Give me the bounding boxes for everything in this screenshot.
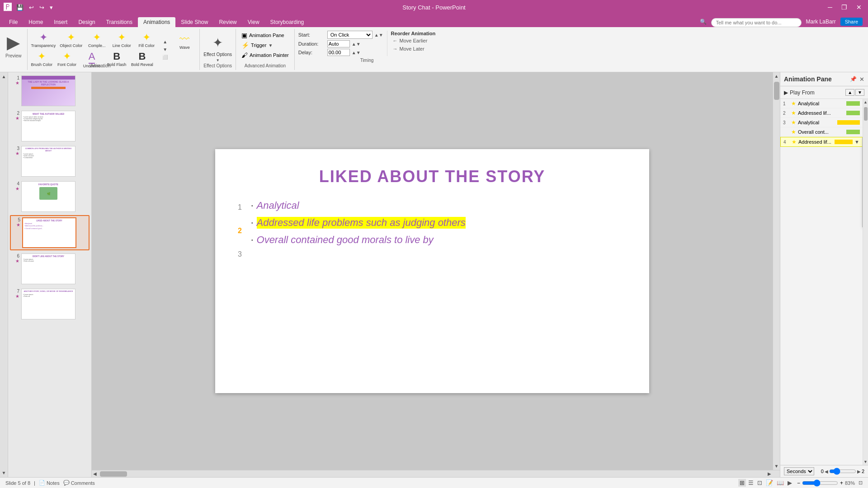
effect-options-group[interactable]: ✦ Effect Options ▼ Effect Options: [200, 29, 236, 70]
scroll-left-btn[interactable]: ◀: [92, 470, 98, 477]
bullet-3: • Overall contained good morals to live …: [251, 234, 466, 246]
tab-review[interactable]: Review: [213, 17, 242, 27]
zoom-out-btn[interactable]: −: [797, 480, 800, 486]
scroll-thumb-h[interactable]: [100, 471, 127, 477]
anim-list-item-2[interactable]: 2 ★ Addressed lif...: [780, 108, 863, 118]
anim-item-num-2: 2: [783, 111, 789, 116]
scroll-thumb-v[interactable]: [774, 82, 779, 100]
slide-star-6: ★: [15, 258, 19, 263]
anim-bold-reveal[interactable]: B Bold Reveal: [129, 50, 155, 69]
slide-thumb-1[interactable]: 1 ★ THE LADY IN THE LOOKING GLASS A REFL…: [10, 74, 90, 108]
tab-animations[interactable]: Animations: [138, 17, 175, 27]
duration-input[interactable]: [327, 40, 350, 47]
scroll-right-btn[interactable]: ▶: [766, 470, 773, 477]
anim-complementary[interactable]: ✦ Comple...: [85, 31, 109, 49]
slide-num-4: 4: [13, 181, 19, 186]
slide-thumb-7[interactable]: 7 ★ ANOTHER STORY, SONG, OR MOVIE OF RES…: [10, 287, 90, 321]
time-slider[interactable]: [829, 468, 856, 475]
restore-button[interactable]: ❐: [839, 3, 850, 12]
tab-file[interactable]: File: [4, 17, 23, 27]
animation-pane-button[interactable]: ▣ Animation Pane: [240, 31, 291, 40]
slide-thumb-3[interactable]: 3 ★ COMMON LIFE PROBLEMS THE AUTHOR IS W…: [10, 145, 90, 178]
slide-thumb-5[interactable]: 5 ★ LIKED ABOUT THE STORY • Analytical• …: [10, 215, 90, 250]
anim-item-dropdown-5[interactable]: ▼: [854, 139, 859, 145]
fit-to-window-btn[interactable]: ⊡: [859, 480, 863, 486]
scroll-up-btn[interactable]: ▲: [774, 72, 780, 80]
close-button[interactable]: ✕: [854, 3, 864, 12]
anim-scroll-up[interactable]: ▲: [161, 38, 169, 45]
zoom-in-btn[interactable]: +: [840, 480, 843, 486]
slideshow-view-btn[interactable]: ▶: [786, 479, 793, 487]
slide-star-3: ★: [15, 151, 19, 156]
font-color-icon: ✦: [63, 51, 71, 62]
anim-item-num-3: 3: [783, 120, 789, 125]
comments-button[interactable]: 💬 Comments: [63, 480, 95, 486]
move-earlier-button[interactable]: ← Move Earlier: [391, 37, 436, 44]
anim-brush-color[interactable]: ✦ Brush Color: [29, 50, 55, 69]
anim-item-star-4: ★: [791, 129, 796, 135]
anim-wave[interactable]: 〰 Wave: [172, 33, 197, 51]
slide-thumb-2[interactable]: 2 ★ WHAT THE AUTHOR VALUED • Lorem ipsum…: [10, 109, 90, 143]
anim-list-item-1[interactable]: 1 ★ Analytical: [780, 99, 863, 108]
anim-font-color[interactable]: ✦ Font Color: [55, 50, 79, 69]
user-area[interactable]: Mark LaBarr: [806, 19, 836, 25]
tab-storyboarding[interactable]: Storyboarding: [265, 17, 310, 27]
anim-list-item-3[interactable]: 3 ★ Analytical: [780, 118, 863, 127]
anim-fill-color[interactable]: ✦ Fill Color: [134, 31, 159, 49]
slide-canvas: LIKED ABOUT THE STORY 1 2 3 • Analytical: [215, 149, 649, 393]
slide-bullets: • Analytical • Addressed life problems s…: [251, 200, 466, 258]
minimize-button[interactable]: ─: [825, 3, 835, 12]
start-select[interactable]: On Click With Previous After Previous: [327, 31, 373, 39]
tell-me-input[interactable]: [711, 18, 802, 27]
anim-list-item-4[interactable]: ★ Overall cont...: [780, 127, 863, 137]
editor-area[interactable]: LIKED ABOUT THE STORY 1 2 3 • Analytical: [92, 72, 773, 470]
anim-transparency[interactable]: ✦ Transparency: [29, 31, 58, 49]
customize-qa-button[interactable]: ▾: [48, 3, 55, 12]
seconds-select[interactable]: Seconds: [784, 467, 814, 475]
animation-painter-button[interactable]: 🖌 Animation Painter: [240, 51, 291, 60]
animation-pane-close[interactable]: ✕: [859, 75, 864, 83]
notes-view-btn[interactable]: 📝: [764, 479, 774, 487]
trigger-button[interactable]: ⚡ Trigger ▼: [240, 41, 291, 50]
anim-item-bar-2: [846, 111, 860, 115]
anim-scroll-thumb[interactable]: [864, 107, 868, 121]
line-color-icon: ✦: [118, 32, 126, 43]
move-later-button[interactable]: → Move Later: [391, 45, 436, 52]
anim-scroll-down-btn[interactable]: ▼: [863, 459, 868, 465]
animation-pane-pin[interactable]: 📌: [848, 75, 859, 83]
pane-down-btn[interactable]: ▼: [855, 89, 864, 96]
tab-view[interactable]: View: [242, 17, 265, 27]
anim-scroll-up-btn[interactable]: ▲: [863, 99, 868, 105]
tab-slideshow[interactable]: Slide Show: [175, 17, 213, 27]
slidesorter-view-btn[interactable]: ⊡: [756, 479, 764, 487]
tab-transitions[interactable]: Transitions: [101, 17, 138, 27]
delay-input[interactable]: [327, 49, 350, 56]
slide-panel-scroll-up[interactable]: ▲: [0, 72, 8, 81]
anim-list-item-5[interactable]: 4 ★ Addressed lif... ▼ ○ Start On Click …: [780, 137, 863, 147]
slide-thumb-4[interactable]: 4 ★ FAVORITE QUOTE 🌿: [10, 180, 90, 213]
redo-button[interactable]: ↪: [38, 3, 46, 12]
undo-button[interactable]: ↩: [27, 3, 36, 12]
tab-design[interactable]: Design: [73, 17, 100, 27]
preview-group[interactable]: ▶ Preview: [0, 29, 28, 70]
tab-insert[interactable]: Insert: [48, 17, 73, 27]
anim-line-color[interactable]: ✦ Line Color: [109, 31, 134, 49]
anim-object-color[interactable]: ✦ Object Color: [58, 31, 84, 49]
outline-view-btn[interactable]: ☰: [747, 479, 755, 487]
anim-more[interactable]: ⬜: [161, 54, 169, 61]
scroll-down-btn[interactable]: ▼: [774, 462, 780, 470]
notes-button[interactable]: 📄 Notes: [39, 480, 60, 486]
slide-panel-scroll-down[interactable]: ▼: [0, 469, 8, 477]
reading-view-btn[interactable]: 📖: [775, 479, 785, 487]
play-from-button[interactable]: ▶ Play From: [784, 89, 815, 96]
tab-home[interactable]: Home: [23, 17, 48, 27]
zoom-slider[interactable]: [802, 479, 838, 487]
pane-up-btn[interactable]: ▲: [845, 89, 854, 96]
share-button[interactable]: Share: [840, 18, 863, 26]
anim-item-num-5: 4: [783, 140, 790, 145]
bullet-dot-1: •: [251, 203, 253, 208]
save-button[interactable]: 💾: [14, 3, 25, 12]
slide-thumb-6[interactable]: 6 ★ DIDN'T LIKE ABOUT THE STORY • Lorem …: [10, 252, 90, 286]
anim-scroll-down[interactable]: ▼: [161, 46, 169, 53]
normal-view-btn[interactable]: ⊞: [738, 479, 746, 487]
